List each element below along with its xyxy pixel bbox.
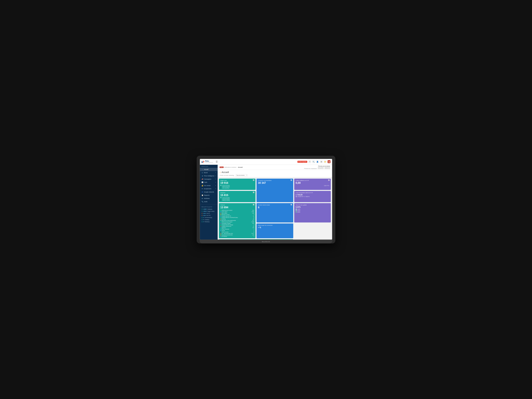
sidebar-item-adwords[interactable]: G Google Adwords	[200, 190, 218, 194]
delai-title: Délai moyen de conversion	[258, 225, 292, 226]
prospects-title: Prospects recontactables	[258, 180, 292, 181]
visitor-count-19: 1	[253, 236, 254, 237]
sessions-sub3-dot	[220, 200, 221, 201]
filter-row: Choisir un levier marketing : Tous les l…	[220, 174, 330, 177]
filter-select[interactable]: Tous les leviers	[235, 174, 247, 177]
hamburger-button[interactable]: ☰	[216, 160, 218, 163]
visiteurs-chart-icon[interactable]: 📈	[253, 204, 254, 205]
exports-label: Vos exports	[299, 161, 306, 163]
laptop-screen: FULL PERFORMANCE ☰ ● Vos exports ? 🔧 👤 ⚙	[200, 159, 332, 240]
sidebar-item-emails-label: Emails/SMS	[204, 188, 211, 190]
logo-text-perf: PERFORMANCE	[205, 162, 213, 163]
visitor-name-17: FP - Microsoft Ads 2019	[222, 233, 251, 234]
sidebar-item-outils[interactable]: 🔧 Outils	[200, 200, 218, 203]
card-visiteurs: Visiteurs 13 894 📈 Référencement naturel…	[219, 203, 255, 238]
sidebar-item-trafic[interactable]: 📊 Trafic ▾	[200, 181, 218, 184]
stat-leads-dot	[202, 219, 203, 220]
price-icon: ◈	[202, 175, 203, 177]
config-icon-btn[interactable]: ⚙	[320, 160, 323, 163]
card-sessions: Sessions 15 815 📈 5 440 (34,40%) 8 490 (…	[219, 191, 255, 202]
sidebar-item-price[interactable]: ◈ Price Intelligence ▾	[200, 174, 218, 177]
visitor-count-13: 178	[252, 227, 254, 228]
sessions-sub3: 1 885 (11,92%)	[220, 200, 254, 201]
sessions-sub3-text: 1 885 (11,92%)	[222, 200, 230, 201]
visitor-dot-3	[220, 213, 221, 214]
help-icon-btn[interactable]: ?	[308, 160, 311, 163]
list-item: Apprenin 178	[220, 227, 254, 228]
stat-ca-ht-value: 0,00	[203, 213, 206, 214]
visitor-name-14: Posts Facebook	[222, 228, 253, 230]
visitor-dot-13	[220, 227, 221, 228]
sessions-sub2-text: 8 490 (53,68%)	[222, 198, 230, 200]
sessions-sub1: 5 440 (34,40%)	[220, 197, 254, 198]
sessions-title: Sessions	[220, 192, 254, 193]
stat-ca-ht: 0,00 CA HT	[200, 212, 218, 215]
stat-visites-dot	[202, 209, 203, 210]
delai-value: ≡ 5j	[258, 226, 292, 228]
chiffre-chart-icon[interactable]: 📈	[328, 179, 330, 181]
modules-label: MODULES	[200, 165, 218, 168]
exports-button[interactable]: ● Vos exports	[298, 161, 307, 163]
visitor-count-18: 129	[252, 234, 254, 235]
visitor-count-9: 9 289	[252, 221, 254, 222]
folder-icon-btn[interactable]: 📁	[324, 160, 327, 163]
list-item: Emailing 18	[220, 218, 254, 220]
visitor-dot-17	[220, 233, 221, 234]
visitor-dot-5	[220, 216, 221, 216]
sidebar-item-ventes[interactable]: 💰 Vos ventes ▾	[200, 184, 218, 187]
sidebar-item-accueil[interactable]: ⌂ Accueil	[200, 168, 218, 171]
laptop-brand: MacBook	[262, 241, 270, 242]
visitor-name-13: Apprenin	[222, 227, 252, 228]
settings-icon-btn[interactable]: 🔧	[312, 160, 315, 163]
svg-marker-3	[203, 161, 204, 163]
breadcrumb-bar: FULL Attributions Linéaires › Accueil Pé…	[218, 165, 332, 170]
user-icon-btn[interactable]: 👤	[316, 160, 319, 163]
visitor-name-19: FF-FR0419	[222, 236, 253, 237]
stat-visites: 13965 Visites(s)	[200, 208, 218, 210]
stat-panier: 0 Panier(s)	[200, 221, 218, 223]
svg-rect-1	[202, 162, 203, 162]
trafic-icon: 📊	[202, 182, 203, 183]
visitor-name-7: Emailing	[222, 218, 253, 220]
svg-rect-2	[202, 162, 203, 163]
grid-icon-btn[interactable]: ▦	[328, 160, 330, 163]
pages-vues-chart-icon[interactable]: 📈	[253, 179, 254, 181]
stat-panier-label: Panier(s)	[205, 221, 209, 222]
visitor-name-6: Google Adwords INTERNATIONAL	[222, 217, 253, 218]
list-item: Sites affiliés 240	[220, 212, 254, 214]
stat-leads-label: Leads(s)	[205, 219, 209, 220]
topbar-right: ● Vos exports ? 🔧 👤 ⚙ 📁 ▦	[298, 160, 330, 163]
visitor-count-10: 593	[252, 223, 254, 224]
leads-chart-icon[interactable]: 📈	[291, 204, 292, 205]
conv-label-2: 0,01%	[297, 210, 300, 211]
emails-icon: ✉	[202, 188, 203, 190]
filter-label: Choisir un levier marketing :	[220, 175, 234, 176]
app: FULL PERFORMANCE ☰ ● Vos exports ? 🔧 👤 ⚙	[200, 159, 332, 240]
stat-ca-ttc-dot	[202, 215, 203, 216]
sidebar: MODULES ⌂ Accueil ◎ Brand ▾ ◈ Price Inte…	[200, 165, 218, 240]
prospects-chart-icon[interactable]: 📈	[291, 179, 292, 181]
sessions-chart-icon[interactable]: 📈	[253, 192, 254, 193]
visitor-count-1: 815	[252, 210, 254, 211]
sidebar-item-campagnes[interactable]: 📣 Campagnes ▾	[200, 177, 218, 181]
sidebar-item-brand[interactable]: ◎ Brand ▾	[200, 171, 218, 174]
stat-pages-dot	[202, 211, 203, 212]
cout-box1	[296, 196, 297, 197]
adwords-icon: G	[202, 191, 203, 193]
sidebar-item-multisites[interactable]: ⊞ Multisites	[200, 197, 218, 200]
outils-icon: 🔧	[202, 201, 203, 203]
sidebar-item-rapports[interactable]: 📋 Rapports	[200, 194, 218, 197]
period-info: Période personnalisée 01/07/2019 - 30/09…	[304, 165, 330, 169]
visitor-dot-10	[220, 223, 221, 224]
sessions-sub2-dot	[220, 198, 221, 199]
breadcrumb-path1[interactable]: Attributions Linéaires	[224, 166, 236, 168]
visitor-dot-19	[220, 236, 221, 237]
svg-rect-0	[202, 162, 203, 162]
sub3-dot	[220, 188, 221, 189]
visitor-count-12: 12	[253, 226, 254, 227]
sidebar-item-emails[interactable]: ✉ Emails/SMS ▾	[200, 187, 218, 190]
visiteurs-title: Visiteurs	[220, 204, 254, 206]
chiffre-value: 0,00	[296, 182, 329, 184]
conv-row-2: 0,01%	[296, 210, 329, 211]
price-arrow-icon: ▾	[215, 175, 216, 177]
